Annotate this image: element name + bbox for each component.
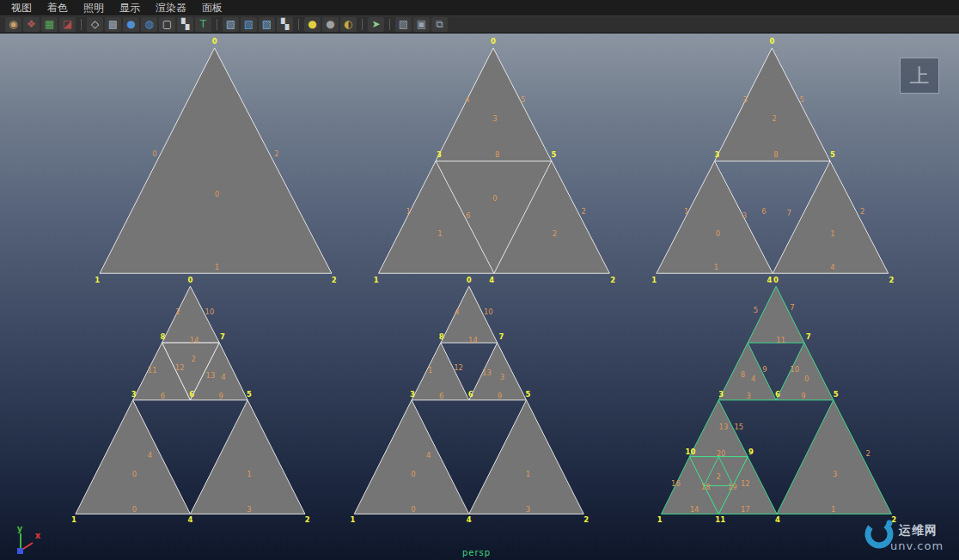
viewport-3d[interactable]: 0120210035142453806121203514235281367201… [0,33,959,560]
menu-item-1[interactable]: 视图 [3,0,40,15]
triangle-hole-level1-component-label: 3 [743,95,748,104]
camera-icon[interactable]: ◉ [5,17,21,32]
points-shaded-icon[interactable]: ▩ [105,17,121,32]
triangle-hole-level1-component-label: 0 [716,229,720,238]
watermark-dot [887,520,893,527]
grid-display-icon[interactable]: ▦ [41,17,58,32]
all-lights-icon[interactable]: ● [322,17,339,32]
triangle-base[interactable]: 0120210 [95,37,336,283]
triangle-hole-level1-face[interactable] [773,161,888,274]
triangle-level2-hole-vertex-label: 2 [583,515,589,524]
triangle-level2-vertex-label: 5 [247,390,252,399]
triangle-level3-selected-component-label: 10 [790,365,799,374]
watermark-site-name: 运维网 [899,523,938,539]
triangle-subdivided-vertex-label: 1 [374,276,379,284]
triangle-level2-hole-vertex-label: 8 [439,332,444,341]
image-plane-icon[interactable]: ⧉ [431,17,448,32]
triangle-level3-selected-component-label: 14 [690,505,699,514]
panel-menu-bar: 视图着色照明显示渲染器面板 [0,0,959,15]
triangle-level3-selected-component-label: 12 [741,479,750,488]
triangle-subdivided-component-label: 8 [495,150,499,159]
triangle-base-component-label: 0 [152,149,156,158]
triangle-base-component-label: 0 [215,190,219,198]
triangle-hole-level1-vertex-label: 5 [830,150,835,159]
triangle-level2-component-label: 10 [205,307,215,316]
default-light-icon[interactable]: ● [304,17,321,32]
triangle-base-vertex-label: 0 [212,37,217,46]
triangle-level2-vertex-label: 7 [220,332,225,341]
watermark-domain: unv.com [890,539,944,552]
toolbar-separator [217,19,217,30]
camera-attributes-icon[interactable]: ❖ [23,17,40,32]
triangle-level3-selected-component-label: 3 [746,392,750,400]
film-gate-icon[interactable]: ◪ [59,17,76,32]
menu-item-2[interactable]: 着色 [40,0,76,15]
triangle-hole-level1-face[interactable] [715,48,830,161]
triangle-level3-selected-component-label: 17 [741,505,750,514]
triangle-level2-face[interactable] [190,400,305,514]
triangle-level3-selected-vertex-label: 5 [834,390,839,399]
triangle-base-component-label: 1 [215,263,219,271]
triangle-hole-level1-component-label: 4 [830,263,834,271]
triangle-level2-component-label: 13 [206,371,216,380]
triangle-level2-component-label: 1 [247,470,251,478]
triangle-level2-hole-face[interactable] [469,400,584,514]
triangle-level3-selected-vertex-label: 7 [806,332,811,341]
triangle-level2-hole-vertex-label: 3 [410,390,415,399]
toolbar-separator [81,19,82,30]
triangle-hole-level1-component-label: 1 [684,207,688,216]
triangle-level2[interactable]: 08736514221014211121346940103 [71,276,310,524]
material-checker-icon[interactable]: ▚ [277,17,293,32]
triangle-hole-level1-component-label: 2 [772,114,776,123]
triangle-level2-hole[interactable]: 087365142410141121336940103 [350,276,589,524]
triangle-subdivided-face[interactable] [378,48,609,273]
smooth-shade-icon[interactable]: ● [123,17,139,32]
isolate-select-icon[interactable]: ➤ [368,17,384,32]
triangle-hole-level1-component-label: 3 [742,211,747,220]
triangle-subdivided-component-label: 5 [521,95,525,104]
triangle-level3-selected-face[interactable] [777,400,892,514]
view-axis-label-box: 上 [900,58,939,94]
triangle-base-vertex-label: 1 [95,276,100,284]
checker-shade-icon[interactable]: ▚ [177,17,193,32]
triangle-level2-component-label: 14 [190,336,199,344]
triangle-level2-hole-vertex-label: 7 [498,332,504,341]
triangle-level3-selected-component-label: 4 [751,374,755,383]
shadows-icon[interactable]: ◐ [340,17,357,32]
triangle-level2-hole-component-label: 3 [500,373,504,381]
triangle-hole-level1-face[interactable] [657,161,773,274]
triangle-subdivided-component-label: 4 [465,95,469,104]
triangle-level2-hole-face[interactable] [354,400,469,514]
triangle-level2-vertex-label: 2 [305,515,310,524]
textured-icon[interactable]: T [195,17,211,32]
triangle-level3-selected-component-label: 9 [801,392,805,400]
triangle-level2-hole-component-label: 1 [526,470,530,478]
xray-icon[interactable]: ▧ [395,17,412,32]
flat-shade-icon[interactable]: ◍ [141,17,157,32]
triangle-subdivided-vertex-label: 3 [437,150,442,159]
triangle-level2-component-label: 0 [132,470,137,478]
triangle-level2-component-label: 9 [218,392,223,400]
triangle-hole-level1-component-label: 6 [761,207,766,216]
shaded-cube-icon[interactable]: ▧ [241,17,257,32]
menu-item-4[interactable]: 显示 [112,0,148,15]
bounding-box-icon[interactable]: ▢ [159,17,175,32]
triangle-level2-hole-component-label: 0 [411,470,415,478]
triangle-level2-hole-component-label: 1 [428,366,432,374]
menu-item-6[interactable]: 面板 [194,0,230,15]
triangle-level2-face[interactable] [76,400,191,514]
textured-cube-icon[interactable]: ▧ [259,17,275,32]
triangle-subdivided[interactable]: 0351424538061212 [374,37,615,283]
triangle-hole-level1[interactable]: 0351423528136720114 [651,37,894,283]
xray-joints-icon[interactable]: ▣ [413,17,430,32]
menu-item-5[interactable]: 渲染器 [148,0,194,15]
default-material-cube-icon[interactable]: ▧ [223,17,239,32]
axis-x-label: x [35,531,41,540]
triangle-level3-selected-component-label: 16 [671,479,681,488]
triangle-base-face[interactable] [100,48,332,273]
wireframe-icon[interactable]: ◇ [87,17,103,32]
triangle-level3-selected[interactable]: 0736510911142571189410039131520216121819… [657,276,897,524]
triangle-level3-selected-component-label: 20 [717,449,726,458]
menu-item-3[interactable]: 照明 [76,0,112,15]
triangle-level2-vertex-label: 8 [161,332,166,341]
